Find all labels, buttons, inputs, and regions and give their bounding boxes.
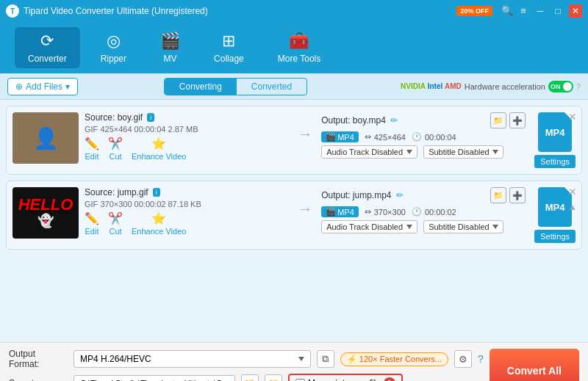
tab-group: Converting Converted xyxy=(164,78,307,95)
up-arrow-icon-2[interactable]: ▲ xyxy=(568,202,577,212)
merge-checkbox-area[interactable]: Merge into one file 2 xyxy=(288,374,403,381)
more-tools-icon: 🧰 xyxy=(289,32,309,51)
cut-button-1[interactable]: ✂️ Cut xyxy=(108,137,123,161)
tab-converted[interactable]: Converted xyxy=(237,79,306,95)
file-info-1: Source: boy.gif i GIF 425×464 00:00:04 2… xyxy=(85,112,289,161)
tab-converting[interactable]: Converting xyxy=(165,79,237,95)
app-title: Tipard Video Converter Ultimate (Unregis… xyxy=(24,6,456,16)
browse-folder-icon[interactable]: 📂 xyxy=(241,374,259,381)
merge-label: Merge into one file xyxy=(308,378,381,381)
close-button[interactable]: ✕ xyxy=(569,4,582,18)
subtitle-dropdown-1[interactable]: Subtitle Disabled xyxy=(423,145,503,159)
settings-button-2[interactable]: Settings xyxy=(534,230,576,243)
output-format-select[interactable]: MP4 H.264/HEVC xyxy=(74,350,311,368)
close-item-1[interactable]: ✕ xyxy=(568,111,577,123)
add-files-button[interactable]: ⊕ Add Files ▾ xyxy=(7,78,78,95)
mp4-thumbnail-2: MP4 xyxy=(538,187,572,227)
app-logo: T xyxy=(6,4,19,18)
close-item-2[interactable]: ✕ xyxy=(568,186,577,197)
subtitle-dropdown-2[interactable]: Subtitle Disabled xyxy=(423,220,503,233)
hw-toggle[interactable]: ON xyxy=(548,81,573,92)
merge-checkbox[interactable] xyxy=(295,379,305,382)
edit-icon-2: ✏️ xyxy=(85,211,99,225)
enhance-button-1[interactable]: ⭐ Enhance Video xyxy=(132,137,186,161)
cut-icon-2: ✂️ xyxy=(108,211,123,225)
cut-button-2[interactable]: ✂️ Cut xyxy=(108,211,123,236)
file-resolution-2: 370×300 xyxy=(100,200,132,208)
audio-track-dropdown-2[interactable]: Audio Track Disabled xyxy=(321,220,417,233)
source-label-1: Source: boy.gif xyxy=(85,112,143,123)
main-content: 👤 Source: boy.gif i GIF 425×464 00:00:04… xyxy=(0,100,588,342)
arrow-2: → xyxy=(295,187,315,217)
menu-icon[interactable]: ≡ xyxy=(517,4,529,16)
save-to-input[interactable] xyxy=(74,375,235,381)
output-section-1: Output: boy.mp4 ✏ 📁 ➕ 🎬 MP4 ⇔ 425×464 🕐 … xyxy=(321,112,526,159)
file-meta-2: GIF 370×300 00:00:02 87.18 KB xyxy=(85,200,289,208)
nav-item-collage[interactable]: ⊞ Collage xyxy=(201,27,257,68)
hw-amd-label: AMD xyxy=(445,82,462,90)
source-label-2: Source: jump.gif xyxy=(85,187,148,197)
enhance-icon-2: ⭐ xyxy=(151,211,166,225)
dropdown-row-2: Audio Track Disabled Subtitle Disabled xyxy=(321,220,526,233)
nav-collage-label: Collage xyxy=(214,54,244,64)
help-icon-bottom[interactable]: ? xyxy=(478,353,484,365)
enhance-button-2[interactable]: ⭐ Enhance Video xyxy=(132,211,186,236)
convert-all-button[interactable]: Convert All xyxy=(490,349,579,381)
nav-item-mv[interactable]: 🎬 MV xyxy=(147,27,193,68)
out-duration-2: 00:00:02 xyxy=(425,208,456,217)
save-to-label: Save to: xyxy=(9,378,68,381)
source-row-2: Source: jump.gif i xyxy=(85,187,289,197)
plus-file-icon-2[interactable]: ➕ xyxy=(509,187,526,203)
nav-item-more-tools[interactable]: 🧰 More Tools xyxy=(265,27,334,68)
folder-icon-2[interactable]: 📁 xyxy=(490,187,506,203)
file-size-1: 2.87 MB xyxy=(168,125,198,134)
format-badge-1: 🎬 MP4 xyxy=(321,131,359,142)
maximize-button[interactable]: □ xyxy=(551,4,564,18)
speed-settings-icon[interactable]: ⚙ xyxy=(454,350,472,368)
plus-file-icon-1[interactable]: ➕ xyxy=(509,112,526,128)
hw-acceleration: NVIDIA Intel AMD Hardware acceleration O… xyxy=(401,81,581,92)
ripper-icon: ◎ xyxy=(107,32,121,51)
ghost-icon: 👻 xyxy=(37,213,54,229)
minimize-button[interactable]: ─ xyxy=(534,4,547,18)
save-row: Save to: 📂 📁 Merge into one file 2 xyxy=(9,374,484,381)
collage-icon: ⊞ xyxy=(222,32,235,51)
nav-mv-label: MV xyxy=(164,54,177,64)
output-icons-1: 📁 ➕ xyxy=(490,112,526,128)
output-header-2: Output: jump.mp4 ✏ 📁 ➕ xyxy=(321,187,526,203)
edit-button-1[interactable]: ✏️ Edit xyxy=(85,137,99,161)
output-edit-icon-2[interactable]: ✏ xyxy=(396,190,404,200)
file-format-1: GIF xyxy=(85,125,98,134)
file-duration-2: 00:00:02 xyxy=(135,200,166,208)
file-resolution-1: 425×464 xyxy=(100,125,132,134)
format-row-1: 🎬 MP4 ⇔ 425×464 🕐 00:00:04 xyxy=(321,131,526,142)
format-copy-icon[interactable]: ⧉ xyxy=(317,350,334,368)
search-icon[interactable]: 🔍 xyxy=(501,4,513,16)
dropdown-row-1: Audio Track Disabled Subtitle Disabled xyxy=(321,145,526,159)
hello-text: HELLO xyxy=(18,197,74,213)
out-resolution-2: 370×300 xyxy=(374,208,406,217)
merge-number: 2 xyxy=(384,377,395,381)
mv-icon: 🎬 xyxy=(160,32,180,51)
settings-button-1[interactable]: Settings xyxy=(534,155,576,168)
nav-item-ripper[interactable]: ◎ Ripper xyxy=(87,27,140,68)
hw-nvidia-label: NVIDIA xyxy=(401,82,426,90)
plus-icon: ⊕ xyxy=(15,81,23,92)
audio-track-dropdown-1[interactable]: Audio Track Disabled xyxy=(321,145,417,159)
edit-button-2[interactable]: ✏️ Edit xyxy=(85,211,99,236)
open-folder-icon[interactable]: 📁 xyxy=(265,374,282,381)
output-format-label: Output Format: xyxy=(9,349,68,369)
speed-badge: ⚡ 120× Faster Convers... xyxy=(340,352,448,366)
out-duration-1: 00:00:04 xyxy=(425,133,456,142)
out-resolution-1: 425×464 xyxy=(374,133,406,142)
info-badge-1: i xyxy=(147,113,154,122)
converter-icon: ⟳ xyxy=(40,32,54,51)
speed-label: 120× Faster Convers... xyxy=(359,355,442,363)
nav-item-converter[interactable]: ⟳ Converter xyxy=(15,27,80,68)
help-icon[interactable]: ? xyxy=(576,82,581,91)
file-item-2: HELLO 👻 Source: jump.gif i GIF 370×300 0… xyxy=(6,181,582,250)
toggle-on-label: ON xyxy=(551,83,561,90)
enhance-icon-1: ⭐ xyxy=(151,137,166,150)
output-edit-icon-1[interactable]: ✏ xyxy=(390,115,398,126)
folder-icon-1[interactable]: 📁 xyxy=(490,112,506,128)
